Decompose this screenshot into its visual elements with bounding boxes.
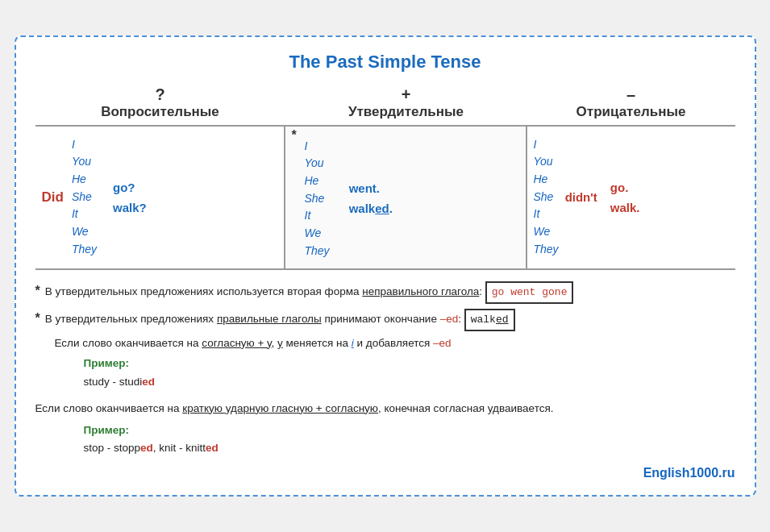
note-3: Если слово оканчивается на согласную + у…: [55, 335, 735, 353]
negative-column: I You He She It We They didn't go. walk.: [527, 127, 735, 268]
note-3-ed: –ed: [433, 337, 452, 349]
note-2: * В утвердительных предложениях правильн…: [35, 307, 735, 331]
q-verb-go: go?: [113, 181, 147, 194]
pos-walk-ed: ed: [375, 202, 389, 215]
pronoun-you-pos: You: [305, 155, 330, 172]
positive-label: Утвердительные: [348, 104, 464, 119]
pronoun-he-neg: He: [534, 171, 559, 189]
q-verb-walk: walk?: [113, 201, 147, 214]
pronoun-it-q: It: [72, 206, 97, 223]
note-4-text: Если слово оканчивается на краткую ударн…: [35, 402, 554, 414]
example-2-ed2: ed: [206, 442, 219, 454]
example-1-block: Пример:: [84, 355, 735, 373]
example-2-text: stop - stopped, knit - knitted: [84, 442, 219, 454]
pronoun-i-q: I: [72, 136, 97, 154]
note-2-ed: –ed: [440, 313, 459, 325]
positive-verbs: went. walked.: [349, 181, 393, 216]
pronoun-he-q: He: [72, 171, 97, 189]
pronoun-it-neg: It: [534, 206, 559, 223]
example-1-text: study - studied: [84, 376, 156, 388]
example-1-content: study - studied: [84, 373, 735, 392]
negative-verbs: go. walk.: [610, 181, 640, 214]
question-header: ? Вопросительные: [35, 85, 285, 120]
example-2-ed1: ed: [140, 442, 153, 454]
positive-column: * I You He She It We They: [285, 127, 527, 268]
did-label: Did: [42, 189, 64, 206]
pronoun-we-pos: We: [305, 225, 330, 243]
pos-walk-normal: walk: [349, 202, 376, 215]
question-inner: Did I You He She It We They go? walk?: [42, 136, 277, 259]
note-2-text: В утвердительных предложениях правильные…: [45, 310, 464, 329]
negative-symbol: –: [527, 85, 735, 104]
pronoun-he-pos: He: [305, 172, 330, 190]
note-1-star: *: [35, 280, 40, 301]
pronoun-we-neg: We: [534, 223, 559, 241]
positive-wrapper: * I You He She It We They: [292, 135, 519, 260]
didnt-label: didn't: [565, 190, 597, 204]
negative-inner: I You He She It We They didn't go. walk.: [534, 136, 729, 259]
negative-header: – Отрицательные: [527, 85, 735, 120]
example-2-content: stop - stopped, knit - knitted: [84, 439, 735, 458]
note-3-underline1: согласную + у: [202, 337, 271, 349]
neg-verb-walk: walk.: [610, 201, 640, 214]
note-4: Если слово оканчивается на краткую ударн…: [35, 400, 735, 418]
question-column: Did I You He She It We They go? walk?: [35, 127, 285, 268]
footer: English1000.ru: [35, 466, 735, 480]
example-2-block: Пример:: [84, 422, 735, 440]
example-1-ed: ed: [142, 376, 155, 388]
note-4-underline: краткую ударную гласную + согласную: [182, 402, 378, 414]
question-pronouns: I You He She It We They: [72, 136, 97, 259]
question-verbs: go? walk?: [113, 181, 147, 214]
pronoun-she-pos: She: [305, 190, 330, 208]
note-3-text: Если слово оканчивается на согласную + у…: [55, 337, 452, 349]
note-1-highlight: go went gone: [485, 281, 574, 304]
pronoun-i-neg: I: [534, 136, 559, 154]
note-3-i: i: [352, 337, 354, 349]
positive-header: + Утвердительные: [285, 85, 527, 120]
conjugation-table: Did I You He She It We They go? walk?: [35, 125, 735, 270]
pos-walk-period: .: [389, 202, 393, 215]
neg-verb-go: go.: [610, 181, 640, 194]
pronoun-they-pos: They: [305, 243, 330, 260]
pos-verb-walked: walked.: [349, 202, 393, 216]
note-2-highlight: walked: [464, 309, 515, 331]
pronoun-she-q: She: [72, 189, 97, 206]
positive-row: I You He She It We They went.: [292, 135, 519, 260]
star-symbol: *: [292, 128, 297, 143]
pronoun-you-q: You: [72, 153, 97, 171]
positive-pronouns: I You He She It We They: [305, 138, 330, 260]
question-symbol: ?: [35, 85, 285, 104]
example-1-label: Пример:: [84, 357, 130, 369]
pronoun-i-pos: I: [305, 138, 330, 156]
spacer: [35, 392, 735, 400]
positive-content: * I You He She It We They: [292, 135, 519, 260]
pronoun-it-pos: It: [305, 207, 330, 225]
note-1-underline: неправильного глагола: [362, 285, 479, 297]
page-title: The Past Simple Tense: [35, 52, 735, 73]
column-headers: ? Вопросительные + Утвердительные – Отри…: [35, 85, 735, 120]
card: The Past Simple Tense ? Вопросительные +…: [15, 35, 756, 497]
pronoun-we-q: We: [72, 223, 97, 241]
pronoun-they-neg: They: [534, 241, 559, 259]
positive-symbol: +: [285, 85, 527, 104]
note-2-underline: правильные глаголы: [217, 313, 322, 325]
positive-inner: * I You He She It We They: [292, 135, 519, 260]
note-3-underline2: у: [277, 337, 283, 349]
note-1: * В утвердительных предложениях использу…: [35, 280, 735, 304]
note-2-walked-ed: ed: [496, 314, 509, 326]
pronoun-she-neg: She: [534, 189, 559, 206]
negative-pronouns: I You He She It We They: [534, 136, 559, 259]
question-label: Вопросительные: [101, 104, 219, 119]
notes-section: * В утвердительных предложениях использу…: [35, 280, 735, 459]
note-2-star: *: [35, 307, 40, 329]
example-2-label: Пример:: [84, 424, 130, 436]
note-1-text: В утвердительных предложениях использует…: [45, 283, 485, 301]
pronoun-you-neg: You: [534, 153, 559, 171]
pos-verb-went: went.: [349, 181, 393, 195]
negative-label: Отрицательные: [576, 104, 686, 119]
pronoun-they-q: They: [72, 241, 97, 259]
footer-text: English1000.ru: [643, 466, 735, 480]
